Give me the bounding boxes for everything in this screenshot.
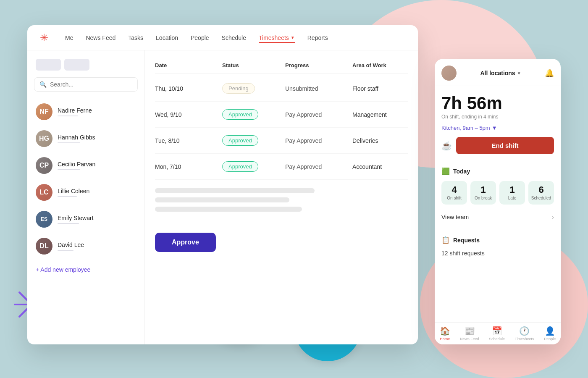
bottom-nav-schedule-label: Schedule bbox=[489, 337, 505, 341]
mobile-window: All locations ▼ 🔔 7h 56m On shift, endin… bbox=[435, 59, 561, 344]
bottom-nav-home[interactable]: 🏠 Home bbox=[440, 326, 450, 341]
col-progress: Progress bbox=[285, 62, 352, 68]
schedule-icon: 📅 bbox=[492, 326, 502, 336]
stat-on-shift-label: On shift bbox=[444, 196, 465, 200]
nav-timesheets[interactable]: Timesheets ▼ bbox=[259, 33, 295, 43]
requests-section-header: 📋 Requests bbox=[441, 236, 554, 244]
today-title: Today bbox=[453, 168, 470, 175]
skeleton-line bbox=[155, 207, 302, 212]
avatar-lillie: LC bbox=[36, 184, 52, 201]
col-area: Area of Work bbox=[352, 62, 418, 68]
stat-scheduled-label: Scheduled bbox=[531, 196, 551, 200]
progress-cell-4: Pay Approved bbox=[285, 163, 352, 170]
view-team-chevron-icon: › bbox=[552, 214, 554, 220]
nav-tasks[interactable]: Tasks bbox=[128, 33, 143, 43]
requests-section: 📋 Requests 12 shift requests bbox=[435, 230, 561, 262]
status-cell-2: Approved bbox=[222, 109, 285, 120]
search-box[interactable]: 🔍 bbox=[34, 77, 138, 92]
bottom-nav-people-label: People bbox=[544, 337, 556, 341]
view-team-text: View team bbox=[441, 214, 469, 220]
progress-cell-2: Pay Approved bbox=[285, 111, 352, 118]
stat-late-number: 1 bbox=[502, 185, 522, 194]
today-section-header: 🟩 Today bbox=[441, 167, 554, 175]
status-badge-approved-2: Approved bbox=[222, 135, 258, 146]
bell-icon[interactable]: 🔔 bbox=[545, 68, 554, 78]
locations-chevron-icon: ▼ bbox=[517, 71, 521, 76]
table-row: Thu, 10/10 Pending Unsubmitted Floor sta… bbox=[155, 76, 408, 102]
newsfeed-icon: 📰 bbox=[465, 326, 475, 336]
col-date: Date bbox=[155, 62, 222, 68]
requests-count: 12 shift requests bbox=[441, 250, 554, 257]
nav-schedule[interactable]: Schedule bbox=[222, 33, 246, 43]
skeleton-line bbox=[155, 188, 315, 193]
requests-icon: 📋 bbox=[441, 236, 450, 244]
stat-late-label: Late bbox=[502, 196, 522, 200]
employee-underline bbox=[58, 142, 80, 143]
shift-location[interactable]: Kitchen, 9am – 5pm ▼ bbox=[441, 125, 554, 131]
filter-btn-1[interactable] bbox=[36, 59, 61, 71]
nav-me[interactable]: Me bbox=[65, 33, 73, 43]
status-badge-approved-1: Approved bbox=[222, 109, 258, 120]
bottom-nav-schedule[interactable]: 📅 Schedule bbox=[489, 326, 505, 341]
stat-late: 1 Late bbox=[499, 181, 525, 205]
avatar-emily: ES bbox=[36, 211, 52, 228]
employee-underline bbox=[58, 116, 78, 116]
status-cell-3: Approved bbox=[222, 135, 285, 146]
employee-name-hannah: Hannah Gibbs bbox=[58, 134, 95, 141]
date-cell-2: Wed, 9/10 bbox=[155, 111, 222, 118]
area-cell-4: Accountant bbox=[352, 163, 418, 170]
search-icon: 🔍 bbox=[39, 81, 47, 88]
content-area: 🔍 NF Nadire Ferne HG Hannah Gibbs bbox=[27, 50, 418, 344]
bottom-nav-people[interactable]: 👤 People bbox=[544, 326, 556, 341]
mobile-user-avatar bbox=[441, 66, 457, 81]
home-icon: 🏠 bbox=[440, 326, 450, 336]
today-icon: 🟩 bbox=[441, 167, 450, 175]
date-cell-1: Thu, 10/10 bbox=[155, 85, 222, 92]
add-employee-link[interactable]: + Add new employee bbox=[27, 260, 144, 280]
employee-item-hannah[interactable]: HG Hannah Gibbs bbox=[27, 125, 144, 152]
shift-time-display: 7h 56m bbox=[441, 94, 554, 112]
employee-item-emily[interactable]: ES Emily Stewart bbox=[27, 206, 144, 233]
bottom-nav-newsfeed[interactable]: 📰 News Feed bbox=[460, 326, 479, 341]
today-section: 🟩 Today 4 On shift 1 On break 1 Late 6 S… bbox=[435, 161, 561, 230]
stat-on-break: 1 On break bbox=[470, 181, 496, 205]
employee-name-lillie: Lillie Coleen bbox=[58, 188, 89, 194]
app-logo[interactable]: ✳ bbox=[40, 32, 48, 44]
view-team-row[interactable]: View team › bbox=[441, 210, 554, 224]
stat-on-shift-number: 4 bbox=[444, 185, 465, 194]
shift-subtitle: On shift, ending in 4 mins bbox=[441, 114, 554, 120]
nav-location[interactable]: Location bbox=[156, 33, 178, 43]
search-input[interactable] bbox=[50, 81, 132, 88]
status-cell-4: Approved bbox=[222, 161, 285, 172]
filter-btn-2[interactable] bbox=[64, 59, 89, 71]
status-badge-pending: Pending bbox=[222, 83, 255, 94]
employee-item-nadire[interactable]: NF Nadire Ferne bbox=[27, 98, 144, 125]
avatar-nadire: NF bbox=[36, 103, 52, 120]
nav-people[interactable]: People bbox=[191, 33, 209, 43]
mobile-top-bar: All locations ▼ 🔔 bbox=[435, 59, 561, 86]
bottom-nav-timesheets-label: Timesheets bbox=[514, 337, 534, 341]
skeleton-line bbox=[155, 197, 289, 202]
table-row: Mon, 7/10 Approved Pay Approved Accounta… bbox=[155, 154, 408, 180]
nav-newsfeed[interactable]: News Feed bbox=[86, 33, 116, 43]
col-status: Status bbox=[222, 62, 285, 68]
main-content: Date Status Progress Area of Work Thu, 1… bbox=[145, 50, 418, 344]
people-icon: 👤 bbox=[545, 326, 555, 336]
all-locations-dropdown[interactable]: All locations ▼ bbox=[480, 70, 521, 76]
employee-item-cecilio[interactable]: CP Cecilio Parvan bbox=[27, 152, 144, 179]
end-shift-button[interactable]: End shift bbox=[456, 137, 554, 154]
bottom-nav-home-label: Home bbox=[440, 337, 450, 341]
approve-button[interactable]: Approve bbox=[155, 233, 216, 252]
employee-item-david[interactable]: DL David Lee bbox=[27, 233, 144, 260]
timesheets-icon: 🕐 bbox=[519, 326, 530, 336]
employee-item-lillie[interactable]: LC Lillie Coleen bbox=[27, 179, 144, 206]
avatar-david: DL bbox=[36, 238, 52, 255]
stat-scheduled-number: 6 bbox=[531, 185, 551, 194]
mobile-bottom-nav: 🏠 Home 📰 News Feed 📅 Schedule 🕐 Timeshee… bbox=[435, 322, 561, 344]
stat-on-shift: 4 On shift bbox=[441, 181, 467, 205]
bottom-nav-timesheets[interactable]: 🕐 Timesheets bbox=[514, 326, 534, 341]
requests-title: Requests bbox=[453, 237, 480, 244]
area-cell-3: Deliveries bbox=[352, 137, 418, 144]
nav-reports[interactable]: Reports bbox=[307, 33, 328, 43]
stat-on-break-label: On break bbox=[473, 196, 494, 200]
